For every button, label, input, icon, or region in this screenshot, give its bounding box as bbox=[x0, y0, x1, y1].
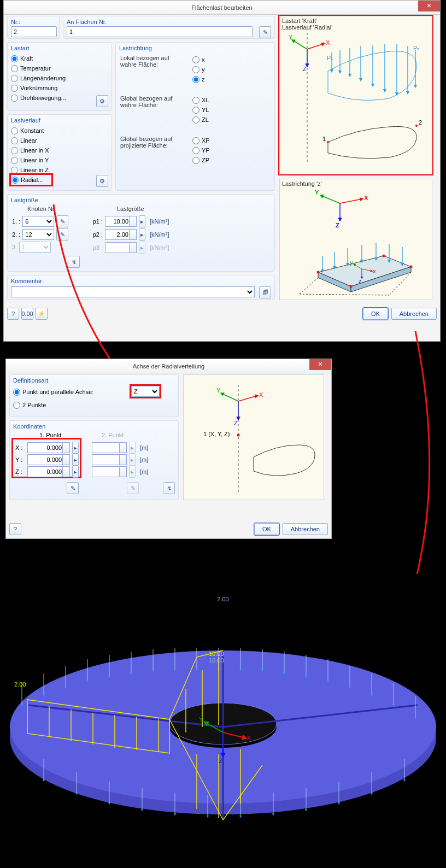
kx2-value bbox=[92, 442, 127, 453]
global1-label: Global bezogen auf wahre Fläche: bbox=[120, 95, 186, 108]
opt-drehbewegung[interactable]: Drehbewegung... bbox=[11, 93, 108, 103]
dir-xp[interactable]: XP bbox=[192, 136, 210, 145]
lastverlauf-settings-icon[interactable]: ⚙ bbox=[96, 175, 108, 187]
titlebar2[interactable]: Achse der Radialverteilung × bbox=[6, 359, 331, 373]
dir-yl[interactable]: YL bbox=[192, 105, 209, 115]
group-nr: Nr.: bbox=[7, 16, 60, 39]
nr-input[interactable] bbox=[11, 26, 57, 37]
def-title: Definitionsart bbox=[13, 377, 48, 384]
pick-surface-icon[interactable]: ✎ bbox=[259, 26, 271, 38]
svg-text:x: x bbox=[373, 268, 376, 274]
row1-pick-icon[interactable]: ✎ bbox=[56, 215, 68, 227]
row1-knoten[interactable]: 6 bbox=[22, 216, 54, 227]
kz-label: Z : bbox=[15, 468, 25, 475]
group-lastrichtung: Lastrichtung Lokal bezogen auf wahre Flä… bbox=[115, 42, 275, 191]
svg-point-34 bbox=[317, 271, 320, 274]
lastverlauf-title: Lastverlauf bbox=[11, 117, 40, 124]
global2-label: Global bezogen auf projizierte Fläche: bbox=[120, 136, 186, 149]
opt-laengenaenderung[interactable]: Längenänderung bbox=[11, 73, 108, 83]
ky2-value bbox=[92, 454, 127, 465]
row3-p-value bbox=[105, 242, 137, 253]
row1-more-icon[interactable]: ▸ bbox=[139, 215, 145, 227]
kommentar-input[interactable] bbox=[11, 286, 255, 297]
kx-unit: [m] bbox=[140, 444, 148, 451]
close-icon[interactable]: × bbox=[418, 1, 440, 11]
dir-yp[interactable]: YP bbox=[192, 145, 210, 155]
kx1-more-icon[interactable]: ▸ bbox=[72, 442, 79, 454]
pick-point1-icon[interactable]: ✎ bbox=[67, 482, 79, 494]
ky-label: Y : bbox=[15, 456, 25, 463]
units-icon[interactable]: 0.00 bbox=[21, 308, 33, 320]
swap-icon[interactable]: ↯ bbox=[163, 482, 175, 494]
svg-text:X: X bbox=[364, 195, 368, 201]
apply-all-icon[interactable]: ↯ bbox=[68, 256, 80, 268]
opt-linear-z[interactable]: Linear in Z bbox=[11, 165, 108, 175]
dir-z[interactable]: z bbox=[192, 74, 205, 84]
row3-p-label: p3 : bbox=[90, 244, 103, 251]
svg-text:P₂: P₂ bbox=[413, 45, 419, 51]
opt-linear-y[interactable]: Linear in Y bbox=[11, 155, 108, 165]
cancel-button[interactable]: Abbrechen bbox=[391, 308, 437, 320]
ky1-more-icon[interactable]: ▸ bbox=[72, 454, 79, 466]
ok-button[interactable]: OK bbox=[363, 308, 388, 320]
row1-p-value[interactable]: 10.00 bbox=[105, 216, 137, 227]
dir-xl[interactable]: XL bbox=[192, 95, 209, 105]
group-lastgroesse: Lastgröße Knoten Nr. Lastgröße 1. : 6 ✎ … bbox=[7, 194, 275, 272]
axis-select[interactable]: Z bbox=[131, 386, 160, 397]
group-koordinaten: Koordinaten 1. Punkt 2. Punkt X : 0.000 … bbox=[9, 420, 179, 500]
preview-radial-axis: X Y Z 1 (X, Y, Z) bbox=[183, 374, 324, 500]
help-icon[interactable]: ? bbox=[7, 308, 19, 320]
svg-text:Z: Z bbox=[303, 66, 307, 72]
opt-kraft[interactable]: Kraft bbox=[11, 54, 108, 63]
lastrichtung-title: Lastrichtung bbox=[119, 45, 152, 51]
opt-linear-x[interactable]: Linear in X bbox=[11, 145, 108, 155]
row1-p-label: p1 : bbox=[90, 218, 103, 225]
kz-unit: [m] bbox=[140, 468, 148, 475]
svg-text:1: 1 bbox=[322, 136, 326, 142]
group-lastart: Lastart Kraft Temperatur Längenänderung … bbox=[7, 42, 112, 111]
cancel-button-2[interactable]: Abbrechen bbox=[283, 523, 328, 535]
viewport-3d[interactable]: X Y Z 2.00 2.00 10.00 10.00 bbox=[0, 568, 446, 868]
opt-linear[interactable]: Linear bbox=[11, 136, 108, 145]
group-on-surfaces: An Flächen Nr. ✎ bbox=[63, 16, 275, 39]
svg-text:X: X bbox=[326, 39, 330, 46]
close-icon-2[interactable]: × bbox=[309, 359, 331, 370]
ky1-value[interactable]: 0.000 bbox=[27, 454, 70, 465]
row2-more-icon[interactable]: ▸ bbox=[139, 228, 145, 241]
ky2-more-icon: ▸ bbox=[129, 454, 136, 466]
titlebar[interactable]: Flächenlast bearbeiten × bbox=[4, 1, 440, 15]
pick-icon[interactable]: ⚡ bbox=[36, 308, 48, 320]
kz1-more-icon[interactable]: ▸ bbox=[72, 466, 79, 478]
opt-konstant[interactable]: Konstant bbox=[11, 126, 108, 136]
kommentar-title: Kommentar bbox=[11, 278, 42, 284]
pick-point2-icon: ✎ bbox=[127, 482, 139, 494]
kx1-value[interactable]: 0.000 bbox=[27, 442, 70, 453]
kz1-value[interactable]: 0.000 bbox=[27, 466, 70, 477]
ok-button-2[interactable]: OK bbox=[254, 523, 279, 535]
svg-line-0 bbox=[307, 44, 324, 49]
dir-y[interactable]: y bbox=[192, 64, 205, 74]
svg-line-31 bbox=[300, 278, 318, 294]
dir-zl[interactable]: ZL bbox=[192, 115, 209, 125]
opt-2points[interactable]: 2 Punkte bbox=[13, 400, 175, 410]
svg-text:Y: Y bbox=[315, 189, 319, 196]
opt-radial[interactable]: Radial... bbox=[11, 175, 51, 185]
svg-text:Y: Y bbox=[216, 387, 221, 394]
lastart-title: Lastart bbox=[11, 45, 30, 51]
dir-x[interactable]: x bbox=[192, 55, 205, 64]
row2-idx: 2. : bbox=[12, 231, 20, 238]
svg-text:2.00: 2.00 bbox=[14, 681, 26, 688]
on-surfaces-input[interactable] bbox=[67, 26, 253, 37]
dir-zp[interactable]: ZP bbox=[192, 155, 210, 165]
opt-temperatur[interactable]: Temperatur bbox=[11, 63, 108, 73]
row2-pick-icon[interactable]: ✎ bbox=[56, 228, 68, 241]
row2-p-value[interactable]: 2.00 bbox=[105, 229, 137, 240]
row3-more-icon: ▸ bbox=[139, 242, 145, 254]
dialog2-title: Achse der Radialverteilung bbox=[133, 363, 204, 370]
lastart-settings-icon[interactable]: ⚙ bbox=[96, 95, 108, 107]
row2-p-label: p2 : bbox=[90, 231, 103, 238]
opt-vorkruemmung[interactable]: Vorkrümmung bbox=[11, 83, 108, 93]
kommentar-library-icon[interactable]: 🗐 bbox=[259, 286, 271, 298]
row2-knoten[interactable]: 12 bbox=[22, 229, 54, 240]
help-icon-2[interactable]: ? bbox=[9, 523, 21, 535]
